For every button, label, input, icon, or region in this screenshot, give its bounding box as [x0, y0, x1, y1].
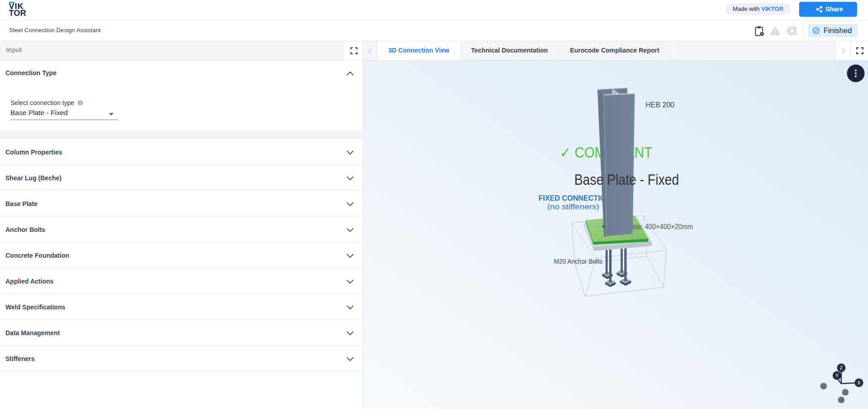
- svg-text:Y: Y: [835, 373, 839, 378]
- svg-text:(no stiffeners): (no stiffeners): [547, 203, 599, 211]
- svg-text:TOR: TOR: [9, 9, 26, 18]
- svg-text:Base Plate - Fixed: Base Plate - Fixed: [574, 172, 679, 188]
- svg-text:X: X: [858, 380, 861, 385]
- svg-text:HEB 200: HEB 200: [645, 101, 674, 109]
- svg-text:Z: Z: [840, 366, 843, 371]
- svg-text:M20 Anchor Bolts: M20 Anchor Bolts: [554, 257, 602, 265]
- svg-text:FIXED CONNECTION: FIXED CONNECTION: [538, 194, 611, 202]
